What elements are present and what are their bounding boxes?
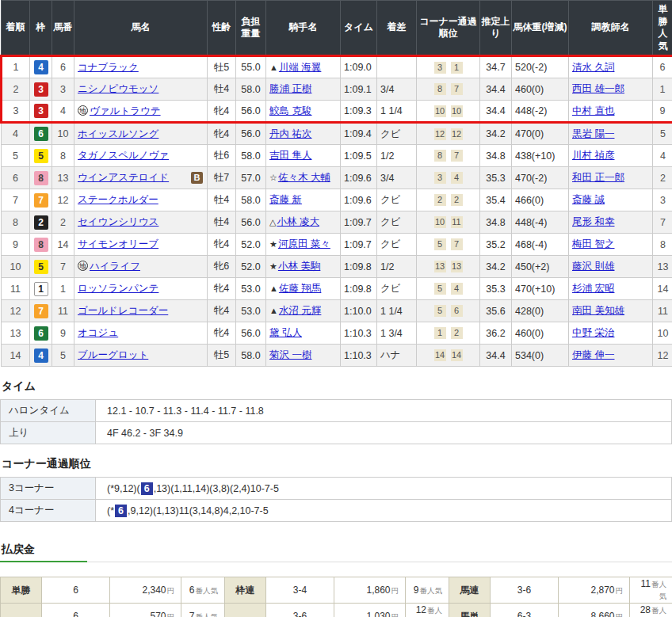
margin: クビ [377,211,417,234]
body-weight: 470(0) [512,123,569,145]
result-row: 146コナブラック牡555.0▲川端 海翼1:09.03134.7520(-2)… [2,56,672,78]
corner3-highlighted-horse: 6 [141,482,153,495]
col-header-finish: 着順 [2,1,30,56]
horse-number: 13 [52,167,74,189]
trainer-name-link[interactable]: 斎藤 誠 [572,194,605,205]
horse-name-link[interactable]: ブルーグロット [78,349,148,360]
wakuren-amount: 1,860円 [334,577,406,604]
trainer-name-link[interactable]: 藤沢 則雄 [572,261,614,272]
col-header-sex-age: 性齢 [208,1,236,56]
win-favorite-rank: 7 [653,211,672,234]
last3f-time: 35.3 [480,167,512,189]
jockey-name-link[interactable]: 小林 美駒 [278,261,320,272]
finish-position: 4 [2,123,30,145]
frame-number-badge: 3 [34,104,48,118]
trainer-name-link[interactable]: 中野 栄治 [572,327,614,338]
jockey-name-link[interactable]: 吉田 隼人 [269,150,311,161]
jockey-name-link[interactable]: 黛 弘人 [269,327,302,338]
jockey-cell: 鮫島 克駿 [266,101,341,123]
jockey-name-link[interactable]: 鮫島 克駿 [269,105,311,116]
finish-position: 1 [2,56,30,78]
horse-name-link[interactable]: ヴァルトラウテ [90,105,161,116]
jockey-cell: 勝浦 正樹 [266,78,341,101]
trainer-name-link[interactable]: 杉浦 宏昭 [572,283,614,294]
trainer-name-link[interactable]: 清水 久詞 [572,62,614,73]
jockey-name-link[interactable]: 小林 凌大 [277,216,319,227]
corner4-position: 7 [451,83,463,95]
carried-weight: 56.0 [236,211,266,234]
horse-name-link[interactable]: コナブラック [78,62,139,73]
col-header-body-weight: 馬体重(増減) [512,1,569,56]
trainer-name-link[interactable]: 西田 雄一郎 [572,83,624,94]
horse-name-link[interactable]: ホイッスルソング [78,128,158,139]
corner4-highlighted-horse: 6 [115,505,127,517]
horse-name-link[interactable]: ステークホルダー [78,194,158,205]
finish-time: 1:09.6 [341,189,377,211]
result-row: 4610ホイッスルソング牝456.0丹内 祐次1:09.4クビ121234.24… [2,123,672,145]
sex-age: 牡4 [208,78,236,101]
win-favorite-rank: 12 [653,345,672,367]
trainer-name-link[interactable]: 中村 直也 [572,105,614,116]
win-favorite-rank: 9 [653,101,672,123]
corner3-position: 3 [434,62,446,74]
corner-order-cell: 1011 [417,211,480,234]
trainer-name-link[interactable]: 和田 正一郎 [572,172,624,183]
horse-name-link[interactable]: タガノスペルノヴァ [78,150,169,161]
corner3-position: 8 [434,83,446,95]
finish-time: 1:09.8 [341,278,377,300]
apprentice-mark: ▲ [269,284,278,293]
horse-name-cell: 地ハイライフ [74,256,208,278]
corner4-position: 13 [451,261,463,272]
horse-name-link[interactable]: ウインアステロイド [78,172,169,183]
jockey-name-link[interactable]: 河原田 菜々 [278,238,330,249]
body-weight: 460(0) [512,78,569,101]
jockey-name-link[interactable]: 丹内 祐次 [269,128,311,139]
jockey-name-link[interactable]: 勝浦 正樹 [269,83,311,94]
last3f-time: 34.2 [480,256,512,278]
trainer-name-link[interactable]: 伊藤 伸一 [572,349,614,360]
horse-name-cell: ロッソランパンテ [74,278,208,300]
jockey-name-link[interactable]: 川端 海翼 [279,62,321,73]
time-section: タイム ハロンタイム 12.1 - 10.7 - 11.3 - 11.4 - 1… [0,379,672,444]
horse-name-link[interactable]: セイウンシリウス [78,216,158,227]
finish-position: 6 [2,167,30,189]
horse-name-cell: コナブラック [74,56,208,78]
jockey-name-link[interactable]: 菊沢 一樹 [269,349,311,360]
horse-name-link[interactable]: オコジュ [78,327,118,338]
corner-order-cell: 57 [417,234,480,256]
horse-name-cell: ステークホルダー [74,189,208,211]
horse-name-link[interactable]: ニシノピウモッソ [78,83,158,94]
margin: ハナ [377,345,417,367]
last3f-time: 34.4 [480,78,512,101]
corner3-position: 8 [434,150,446,162]
trainer-name-link[interactable]: 黒岩 陽一 [572,128,614,139]
frame-cell: 1 [30,278,52,300]
trainer-name-link[interactable]: 川村 禎彦 [572,150,614,161]
corner4-position: 7 [451,150,463,162]
jockey-name-link[interactable]: 佐々木 大輔 [278,172,330,183]
carried-weight: 58.0 [236,145,266,167]
trainer-cell: 川村 禎彦 [569,145,653,167]
trainer-name-link[interactable]: 尾形 和幸 [572,216,614,227]
umaren-popularity: 11番人気 [630,577,672,604]
finish-position: 10 [2,256,30,278]
frame-number-badge: 5 [34,260,48,274]
horse-name-link[interactable]: ハイライフ [90,261,140,272]
jockey-name-link[interactable]: 水沼 元輝 [279,305,321,316]
trainer-name-link[interactable]: 南田 美知雄 [572,305,624,316]
horse-name-link[interactable]: サイモンオリーブ [78,238,158,249]
horse-name-link[interactable]: ゴールドレコーダー [78,305,168,316]
jockey-name-link[interactable]: 佐藤 翔馬 [279,283,321,294]
horse-name-cell: 地ヴァルトラウテ [74,101,208,123]
wakuren-popularity: 9番人気 [406,577,449,604]
sex-age: 牡4 [208,211,236,234]
sex-age: 牝4 [208,234,236,256]
jockey-name-link[interactable]: 斎藤 新 [269,194,302,205]
corner4-position: 4 [451,172,463,184]
margin: 1 1/4 [377,300,417,322]
corner4-position: 2 [451,327,463,339]
body-weight: 468(-4) [512,234,569,256]
trainer-name-link[interactable]: 梅田 智之 [572,238,614,249]
horse-name-link[interactable]: ロッソランパンテ [78,283,158,294]
horse-name-cell: ウインアステロイドB [74,167,208,189]
